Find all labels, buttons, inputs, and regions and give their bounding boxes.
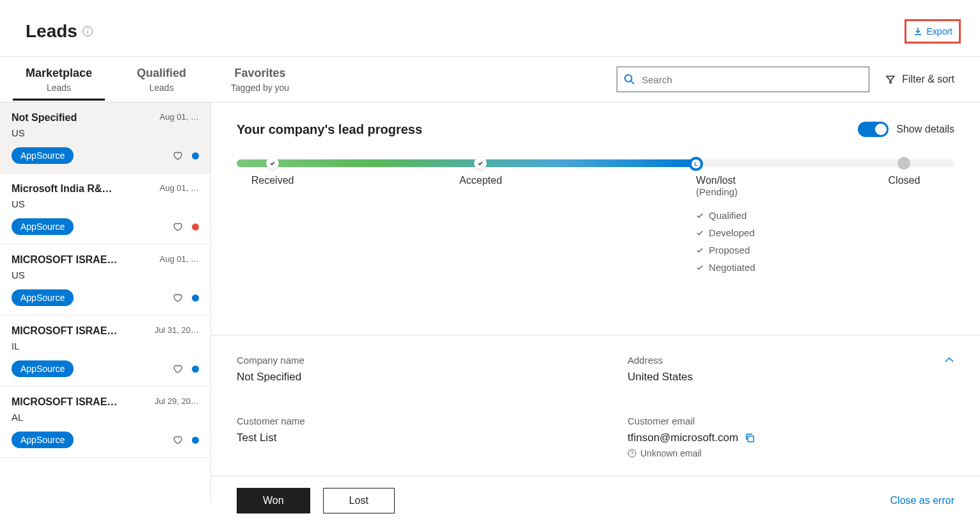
tab-qualified[interactable]: QualifiedLeads — [137, 67, 186, 101]
stage-node-received — [266, 157, 279, 170]
collapse-button[interactable] — [944, 355, 954, 365]
company-name-label: Company name — [237, 355, 564, 366]
lead-item[interactable]: MICROSOFT ISRAE… Jul 29, 20… AL AppSourc… — [0, 387, 210, 458]
stage-node-accepted — [474, 157, 487, 170]
lead-name: Not Specified — [12, 112, 77, 124]
lead-name: MICROSOFT ISRAE… — [12, 254, 117, 266]
stage-wonlost-sub: (Pending) — [696, 186, 755, 197]
svg-point-0 — [625, 75, 632, 82]
favorite-icon[interactable] — [173, 222, 183, 232]
status-dot — [192, 437, 199, 444]
question-icon — [628, 449, 636, 458]
customer-email-value: tfinson@microsoft.com — [628, 432, 738, 444]
lead-date: Aug 01, … — [160, 183, 199, 193]
close-as-error-link[interactable]: Close as error — [890, 495, 954, 506]
progress-title: Your company's lead progress — [237, 122, 422, 137]
copy-icon[interactable] — [745, 433, 755, 443]
lead-name: Microsoft India R&… — [12, 183, 112, 195]
lead-date: Aug 01, … — [160, 254, 199, 264]
tab-favorites[interactable]: FavoritesTagged by you — [231, 67, 289, 101]
lead-location: IL — [12, 341, 199, 351]
source-badge: AppSource — [12, 218, 74, 235]
lead-item[interactable]: Not Specified Aug 01, … US AppSource — [0, 102, 210, 174]
address-value: United States — [628, 371, 954, 384]
stage-closed-label: Closed — [889, 175, 921, 186]
lead-item[interactable]: MICROSOFT ISRAE… Jul 31, 20… IL AppSourc… — [0, 316, 210, 387]
customer-name-value: Test List — [237, 432, 564, 444]
stage-node-closed — [897, 157, 910, 170]
stage-wonlost-label: Won/lost — [696, 175, 755, 186]
favorite-icon[interactable] — [173, 364, 183, 374]
lead-date: Jul 29, 20… — [155, 396, 199, 406]
source-badge: AppSource — [12, 432, 74, 448]
source-badge: AppSource — [12, 289, 74, 306]
detail-panel: Your company's lead progress Show detail… — [211, 102, 980, 503]
lead-date: Jul 31, 20… — [155, 325, 199, 335]
search-input[interactable] — [642, 74, 862, 85]
leads-list[interactable]: Not Specified Aug 01, … US AppSource Mic… — [0, 102, 211, 503]
status-dot — [192, 223, 199, 230]
source-badge: AppSource — [12, 360, 74, 377]
filter-icon — [885, 74, 896, 85]
info-icon[interactable]: i — [83, 26, 93, 36]
svg-point-2 — [628, 449, 636, 457]
status-dot — [192, 295, 199, 302]
svg-rect-1 — [748, 436, 754, 442]
favorite-icon[interactable] — [173, 150, 183, 161]
company-name-value: Not Specified — [237, 371, 564, 384]
favorite-icon[interactable] — [173, 435, 183, 445]
email-status: Unknown email — [640, 448, 702, 458]
source-badge: AppSource — [12, 147, 74, 164]
lead-location: US — [12, 127, 199, 138]
stage-node-wonlost: L — [689, 157, 703, 171]
lead-item[interactable]: Microsoft India R&… Aug 01, … US AppSour… — [0, 174, 210, 245]
checklist-item: Proposed — [696, 245, 755, 255]
lead-name: MICROSOFT ISRAE… — [12, 396, 117, 408]
filter-sort-button[interactable]: Filter & sort — [885, 74, 954, 85]
status-dot — [192, 366, 199, 373]
tab-marketplace[interactable]: MarketplaceLeads — [26, 67, 92, 101]
won-button[interactable]: Won — [237, 488, 310, 513]
stage-accepted-label: Accepted — [459, 175, 502, 186]
export-button[interactable]: Export — [905, 19, 961, 44]
lost-button[interactable]: Lost — [323, 488, 395, 513]
download-icon — [913, 26, 923, 36]
lead-location: US — [12, 198, 199, 209]
stage-received-label: Received — [251, 175, 294, 186]
customer-email-label: Customer email — [628, 416, 954, 426]
show-details-label: Show details — [896, 124, 954, 135]
customer-name-label: Customer name — [237, 416, 564, 426]
progress-bar: L — [237, 159, 954, 167]
lead-date: Aug 01, … — [160, 112, 199, 122]
favorite-icon[interactable] — [173, 293, 183, 303]
lead-location: AL — [12, 412, 199, 423]
search-icon — [624, 74, 635, 85]
lead-name: MICROSOFT ISRAE… — [12, 325, 117, 337]
page-title: Leads — [26, 21, 77, 42]
show-details-toggle[interactable] — [858, 122, 889, 137]
checklist-item: Developed — [696, 227, 755, 238]
address-label: Address — [628, 355, 954, 366]
lead-location: US — [12, 270, 199, 280]
status-dot — [192, 152, 199, 159]
checklist-item: Negotiated — [696, 262, 755, 273]
checklist-item: Qualified — [696, 210, 755, 221]
lead-item[interactable]: MICROSOFT ISRAE… Aug 01, … US AppSource — [0, 245, 210, 316]
search-box[interactable] — [617, 67, 869, 92]
